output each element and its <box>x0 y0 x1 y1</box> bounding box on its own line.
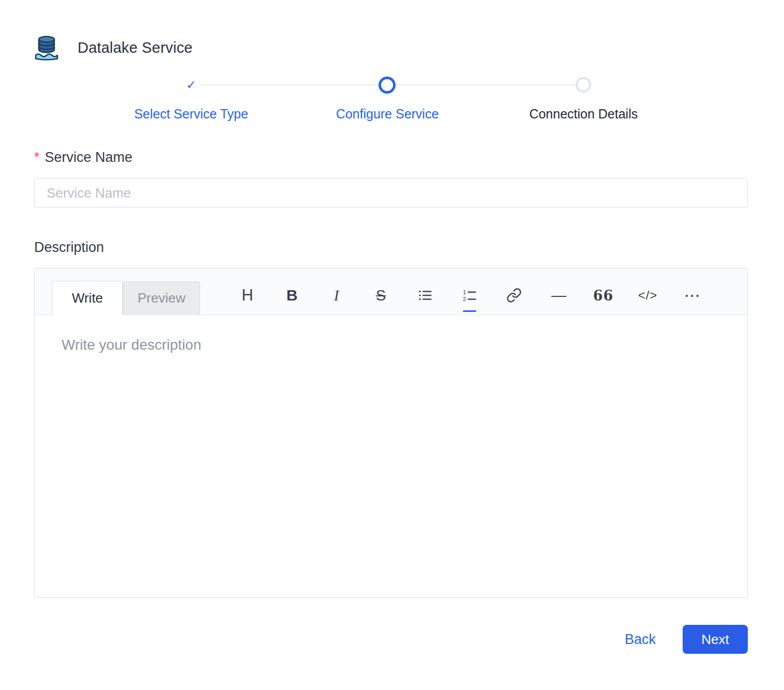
step-label-select-service-type: Select Service Type <box>134 107 248 122</box>
svg-text:1: 1 <box>463 289 466 295</box>
datalake-icon <box>34 34 59 61</box>
numbered-list-button[interactable]: 1 2 <box>460 284 479 307</box>
required-asterisk: * <box>34 149 40 165</box>
step-pending-indicator <box>576 77 591 93</box>
page-title: Datalake Service <box>78 39 192 56</box>
step-configure-service: Configure Service <box>289 76 485 122</box>
back-button[interactable]: Back <box>622 626 659 653</box>
step-label-connection-details: Connection Details <box>529 107 638 122</box>
service-name-input[interactable] <box>34 178 748 208</box>
step3-indicator-wrap <box>576 76 591 94</box>
formatting-tools: H B I S <box>237 280 702 314</box>
link-icon <box>506 288 522 303</box>
numbered-list-icon: 1 2 <box>462 288 477 303</box>
step-connection-details: Connection Details <box>486 76 682 122</box>
editor-toolbar: Write Preview H B I S <box>35 268 747 315</box>
step-label-configure-service: Configure Service <box>336 107 439 122</box>
description-editor-area[interactable]: Write your description <box>35 315 747 597</box>
more-options-button[interactable]: ⋯ <box>682 284 702 307</box>
code-button[interactable]: </> <box>638 284 657 307</box>
bulleted-list-button[interactable] <box>415 284 435 307</box>
description-field: Description Write Preview H B I S <box>34 239 748 598</box>
bulleted-list-icon <box>417 288 433 303</box>
page-header: Datalake Service <box>34 34 192 61</box>
svg-text:2: 2 <box>463 296 466 302</box>
step1-indicator-wrap: ✓ <box>184 76 199 94</box>
description-placeholder: Write your description <box>62 337 201 353</box>
horizontal-rule-button[interactable]: — <box>549 284 568 307</box>
service-name-label: *Service Name <box>34 149 748 166</box>
check-icon: ✓ <box>186 79 196 91</box>
link-button[interactable] <box>504 284 524 307</box>
markdown-editor: Write Preview H B I S <box>34 268 748 598</box>
quote-button[interactable]: 66 <box>593 284 613 307</box>
step-completed-indicator: ✓ <box>184 77 199 93</box>
heading-button[interactable]: H <box>237 284 257 307</box>
strikethrough-button[interactable]: S <box>371 284 390 307</box>
step-active-indicator <box>379 77 396 94</box>
create-service-wizard: Datalake Service ✓ Select Service Type C… <box>0 0 784 690</box>
wizard-footer: Back Next <box>622 625 748 654</box>
service-name-label-text: Service Name <box>45 149 133 165</box>
italic-button[interactable]: I <box>326 284 346 307</box>
editor-tabs: Write Preview <box>52 281 200 314</box>
service-name-field: *Service Name <box>34 149 748 208</box>
step2-indicator-wrap <box>379 76 396 94</box>
bold-button[interactable]: B <box>282 284 301 307</box>
tab-preview[interactable]: Preview <box>123 281 200 314</box>
tab-write[interactable]: Write <box>52 281 123 315</box>
description-label: Description <box>34 239 748 256</box>
stepper: ✓ Select Service Type Configure Service … <box>93 76 682 122</box>
next-button[interactable]: Next <box>683 625 748 654</box>
step-select-service-type: ✓ Select Service Type <box>93 76 289 122</box>
